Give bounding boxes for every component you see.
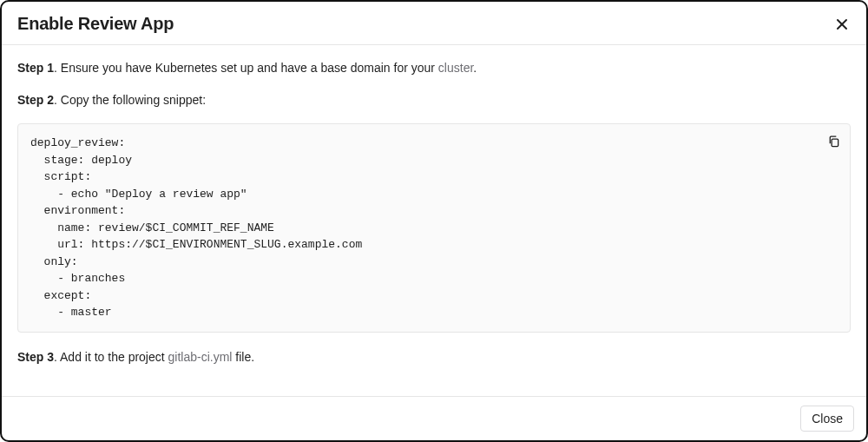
close-icon[interactable] — [833, 16, 851, 33]
copy-icon[interactable] — [823, 130, 844, 151]
modal-body: Step 1. Ensure you have Kubernetes set u… — [2, 45, 866, 396]
code-snippet[interactable]: deploy_review: stage: deploy script: - e… — [17, 123, 851, 333]
modal-header: Enable Review App — [2, 2, 866, 45]
step-2-text: . Copy the following snippet: — [54, 93, 206, 107]
step-3-text-after: file. — [232, 350, 254, 364]
step-1-text-after: . — [473, 61, 477, 75]
step-3-text-before: . Add it to the project — [54, 350, 168, 364]
step-1: Step 1. Ensure you have Kubernetes set u… — [17, 59, 851, 77]
step-3: Step 3. Add it to the project gitlab-ci.… — [17, 348, 851, 366]
step-1-text-before: . Ensure you have Kubernetes set up and … — [54, 61, 438, 75]
step-2-label: Step 2 — [17, 93, 54, 107]
cluster-link[interactable]: cluster — [438, 61, 473, 75]
svg-rect-2 — [832, 139, 838, 146]
step-1-label: Step 1 — [17, 61, 54, 75]
modal-footer: Close — [2, 396, 866, 440]
enable-review-app-modal: Enable Review App Step 1. Ensure you hav… — [0, 0, 868, 442]
modal-title: Enable Review App — [17, 14, 174, 34]
step-2: Step 2. Copy the following snippet: — [17, 91, 851, 109]
code-snippet-container: deploy_review: stage: deploy script: - e… — [17, 123, 851, 333]
close-button[interactable]: Close — [800, 406, 854, 432]
gitlab-ci-yml-link[interactable]: gitlab-ci.yml — [168, 350, 233, 364]
step-3-label: Step 3 — [17, 350, 54, 364]
